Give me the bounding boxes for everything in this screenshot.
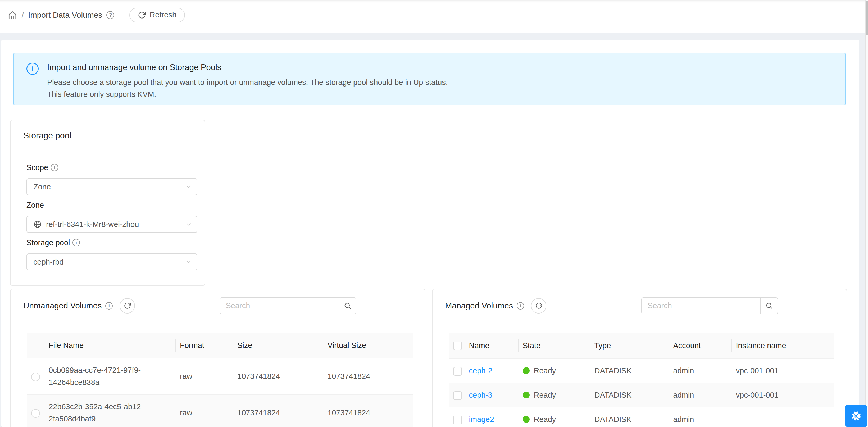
info-banner: i Import and unmanage volume on Storage … — [13, 53, 846, 105]
checkbox-column-header[interactable] — [449, 333, 465, 359]
cell-state: Ready — [519, 407, 590, 427]
column-header: Format — [176, 333, 233, 358]
cell-size: 1073741824 — [233, 358, 323, 394]
unmanaged-refresh-button[interactable] — [120, 298, 135, 313]
globe-icon — [33, 220, 42, 228]
cell-type: DATADISK — [590, 383, 669, 407]
status-dot-icon — [523, 416, 530, 423]
storage-pool-card-title: Storage pool — [10, 120, 205, 151]
row-checkbox[interactable] — [453, 391, 462, 400]
search-icon — [344, 302, 351, 309]
unmanaged-info-icon[interactable]: i — [105, 302, 113, 309]
scrollbar-thumb[interactable] — [866, 1, 868, 35]
cell-type: DATADISK — [590, 359, 669, 383]
unmanaged-volumes-card: Unmanaged Volumes i — [10, 289, 425, 427]
breadcrumb-separator: / — [22, 10, 24, 20]
volume-link[interactable]: image2 — [469, 415, 494, 424]
search-icon — [765, 302, 773, 309]
chevron-down-icon — [185, 258, 192, 265]
volume-link[interactable]: ceph-2 — [469, 366, 493, 375]
unmanaged-search-button[interactable] — [339, 297, 356, 314]
scope-info-icon[interactable]: i — [51, 164, 58, 171]
pool-info-icon[interactable]: i — [72, 239, 80, 246]
banner-description-line1: Please choose a storage pool that you wa… — [47, 77, 448, 88]
managed-volumes-card: Managed Volumes i — [432, 289, 847, 427]
table-row: ceph-2ReadyDATADISKadminvpc-001-001 — [449, 359, 835, 383]
status-dot-icon — [523, 392, 530, 398]
row-radio[interactable] — [31, 409, 40, 418]
row-radio[interactable] — [31, 372, 40, 381]
pool-select[interactable]: ceph-rbd — [27, 253, 197, 270]
managed-volumes-table: NameStateTypeAccountInstance name ceph-2… — [449, 333, 835, 427]
home-icon[interactable] — [8, 10, 17, 20]
cell-state: Ready — [519, 383, 590, 407]
banner-description-line2: This feature only supports KVM. — [47, 88, 448, 100]
cell-size: 1073741824 — [233, 394, 323, 427]
scope-select[interactable]: Zone — [27, 178, 197, 195]
cell-name: image2 — [465, 407, 519, 427]
vertical-scrollbar — [865, 0, 868, 427]
cell-instance-name: vpc-001-001 — [732, 359, 835, 383]
zone-label-row: Zone — [27, 200, 197, 211]
storage-pool-card: Storage pool Scope i Zone Zone ref-trl-6… — [10, 120, 205, 286]
column-header: File Name — [44, 333, 176, 358]
cell-account: admin — [669, 383, 732, 407]
chevron-down-icon — [185, 221, 192, 228]
pool-label-row: Storage pool i — [27, 237, 197, 248]
cell-name: ceph-3 — [465, 383, 519, 407]
radio-column-header — [27, 333, 44, 358]
scope-select-value: Zone — [33, 183, 51, 191]
scope-label: Scope — [27, 163, 48, 172]
refresh-button-label: Refresh — [150, 10, 177, 19]
managed-info-icon[interactable]: i — [517, 302, 524, 309]
cell-format: raw — [176, 358, 233, 394]
cell-state: Ready — [519, 359, 590, 383]
cell-file-name: 22b63c2b-352a-4ec5-ab12-2fa508d4baf9 — [44, 394, 176, 427]
column-header: Type — [590, 333, 669, 359]
unmanaged-search-input[interactable] — [220, 297, 339, 314]
settings-fab-button[interactable] — [845, 405, 867, 427]
cell-file-name: 0cb099aa-cc7e-4721-97f9-14264bce838a — [44, 358, 176, 394]
unmanaged-volumes-title: Unmanaged Volumes — [23, 301, 101, 311]
cell-virtual-size: 1073741824 — [323, 394, 413, 427]
cell-instance-name: vpc-001-001 — [732, 383, 835, 407]
cell-account: admin — [669, 359, 732, 383]
pool-label: Storage pool — [27, 238, 70, 247]
column-header: Instance name — [732, 333, 835, 359]
row-checkbox[interactable] — [453, 416, 462, 424]
unmanaged-volumes-table: File NameFormatSizeVirtual Size 0cb099aa… — [27, 333, 413, 427]
column-header: State — [519, 333, 590, 359]
pool-select-value: ceph-rbd — [33, 258, 63, 267]
chevron-down-icon — [185, 183, 192, 190]
managed-table-header-row: NameStateTypeAccountInstance name — [449, 333, 835, 359]
banner-title: Import and unmanage volume on Storage Po… — [47, 63, 448, 72]
cell-virtual-size: 1073741824 — [323, 358, 413, 394]
breadcrumb: / Import Data Volumes ? — [8, 10, 114, 20]
cell-name: ceph-2 — [465, 359, 519, 383]
top-bar: / Import Data Volumes ? Refresh — [0, 0, 868, 33]
column-header: Size — [233, 333, 323, 358]
scope-label-row: Scope i — [27, 162, 197, 173]
managed-search-input[interactable] — [641, 297, 760, 314]
row-checkbox[interactable] — [453, 367, 462, 376]
zone-select[interactable]: ref-trl-6341-k-Mr8-wei-zhou — [27, 216, 197, 233]
column-header: Account — [669, 333, 732, 359]
help-icon[interactable]: ? — [106, 11, 114, 19]
reload-icon — [535, 302, 542, 309]
zone-select-value: ref-trl-6341-k-Mr8-wei-zhou — [46, 220, 139, 229]
managed-search-button[interactable] — [760, 297, 778, 314]
reload-icon — [124, 302, 131, 309]
managed-volumes-title: Managed Volumes — [445, 301, 513, 311]
table-row: ceph-3ReadyDATADISKadminvpc-001-001 — [449, 383, 835, 407]
volume-link[interactable]: ceph-3 — [469, 391, 493, 399]
info-circle-icon: i — [27, 63, 39, 75]
select-all-checkbox[interactable] — [453, 341, 462, 350]
table-row: image2ReadyDATADISKadmin — [449, 407, 835, 427]
zone-label: Zone — [27, 201, 44, 210]
gear-icon — [850, 409, 863, 422]
content-area: i Import and unmanage volume on Storage … — [1, 40, 859, 427]
refresh-button[interactable]: Refresh — [129, 8, 185, 23]
table-row: 22b63c2b-352a-4ec5-ab12-2fa508d4baf9raw1… — [27, 394, 413, 427]
managed-refresh-button[interactable] — [531, 298, 546, 313]
breadcrumb-current: Import Data Volumes — [28, 10, 102, 20]
